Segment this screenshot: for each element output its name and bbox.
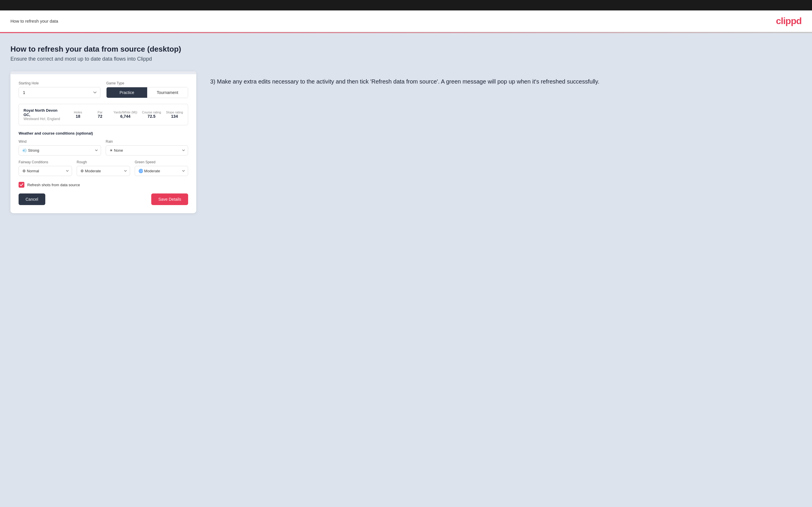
course-row: Royal North Devon GC, Westward Ho!, Engl…	[18, 104, 188, 125]
slope-rating-value: 134	[166, 114, 183, 119]
course-rating-value: 72.5	[142, 114, 161, 119]
par-value: 72	[92, 114, 109, 119]
starting-hole-group: Starting Hole 1 10	[18, 81, 100, 98]
rough-select[interactable]: ⚙ Moderate Light Heavy	[77, 166, 130, 176]
top-bar	[0, 0, 812, 10]
green-speed-select[interactable]: 🌀 Moderate Slow Fast	[135, 166, 188, 176]
wind-select-wrapper: 💨 Strong None Light Moderate	[18, 145, 101, 156]
content-row: Starting Hole 1 10 Game Type Practice To…	[10, 71, 802, 213]
rain-label: Rain	[106, 139, 188, 144]
main-card: Starting Hole 1 10 Game Type Practice To…	[10, 71, 196, 213]
wind-field: Wind 💨 Strong None Light Moderate	[18, 139, 101, 156]
yards-stat: Yards/White (M)) 6,744	[113, 111, 137, 119]
rough-select-wrapper: ⚙ Moderate Light Heavy	[77, 166, 130, 176]
rain-field: Rain ☀ None Light Moderate Heavy	[106, 139, 188, 156]
rain-select[interactable]: ☀ None Light Moderate Heavy	[106, 145, 188, 156]
practice-button[interactable]: Practice	[107, 87, 147, 98]
cancel-button[interactable]: Cancel	[18, 193, 45, 205]
top-fields-row: Starting Hole 1 10 Game Type Practice To…	[18, 81, 188, 98]
starting-hole-wrapper: 1 10	[18, 87, 100, 98]
page-heading: How to refresh your data from source (de…	[10, 45, 802, 54]
fairway-rough-green-row: Fairway Conditions ⚙ Normal Firm Soft Ro…	[18, 160, 188, 176]
header-title: How to refresh your data	[10, 18, 58, 23]
game-type-group: Game Type Practice Tournament	[106, 81, 188, 98]
fairway-field: Fairway Conditions ⚙ Normal Firm Soft	[18, 160, 72, 176]
starting-hole-select[interactable]: 1 10	[18, 87, 100, 98]
side-text: 3) Make any extra edits necessary to the…	[210, 71, 802, 86]
rough-field: Rough ⚙ Moderate Light Heavy	[77, 160, 130, 176]
par-stat: Par 72	[92, 111, 109, 119]
conditions-title: Weather and course conditions (optional)	[18, 131, 188, 135]
holes-label: Holes	[69, 111, 87, 114]
refresh-row: Refresh shots from data source	[18, 182, 188, 188]
game-type-buttons: Practice Tournament	[106, 87, 188, 98]
green-speed-select-wrapper: 🌀 Moderate Slow Fast	[135, 166, 188, 176]
green-speed-field: Green Speed 🌀 Moderate Slow Fast	[135, 160, 188, 176]
green-speed-label: Green Speed	[135, 160, 188, 164]
fairway-select[interactable]: ⚙ Normal Firm Soft	[18, 166, 72, 176]
wind-label: Wind	[18, 139, 101, 144]
course-location: Westward Ho!, England	[23, 117, 65, 121]
course-name: Royal North Devon GC,	[23, 108, 65, 117]
tournament-button[interactable]: Tournament	[147, 87, 188, 98]
main-content: How to refresh your data from source (de…	[0, 33, 812, 507]
game-type-label: Game Type	[106, 81, 188, 85]
fairway-select-wrapper: ⚙ Normal Firm Soft	[18, 166, 72, 176]
refresh-label: Refresh shots from data source	[27, 183, 80, 187]
holes-value: 18	[69, 114, 87, 119]
slope-rating-label: Slope rating	[166, 111, 183, 114]
refresh-checkbox[interactable]	[18, 182, 24, 188]
save-button[interactable]: Save Details	[151, 193, 188, 205]
course-rating-label: Course rating	[142, 111, 161, 114]
holes-stat: Holes 18	[69, 111, 87, 119]
wind-select[interactable]: 💨 Strong None Light Moderate	[18, 145, 101, 156]
logo: clippd	[776, 16, 802, 26]
page-subheading: Ensure the correct and most up to date d…	[10, 56, 802, 62]
header: How to refresh your data clippd	[0, 10, 812, 32]
yards-label: Yards/White (M))	[113, 111, 137, 114]
fairway-label: Fairway Conditions	[18, 160, 72, 164]
side-description: 3) Make any extra edits necessary to the…	[210, 77, 802, 86]
starting-hole-label: Starting Hole	[18, 81, 100, 85]
par-label: Par	[92, 111, 109, 114]
course-rating-stat: Course rating 72.5	[142, 111, 161, 119]
wind-rain-row: Wind 💨 Strong None Light Moderate Rain	[18, 139, 188, 156]
card-top-strip	[10, 71, 196, 74]
yards-value: 6,744	[113, 114, 137, 119]
button-row: Cancel Save Details	[18, 193, 188, 205]
rain-select-wrapper: ☀ None Light Moderate Heavy	[106, 145, 188, 156]
rough-label: Rough	[77, 160, 130, 164]
slope-rating-stat: Slope rating 134	[166, 111, 183, 119]
